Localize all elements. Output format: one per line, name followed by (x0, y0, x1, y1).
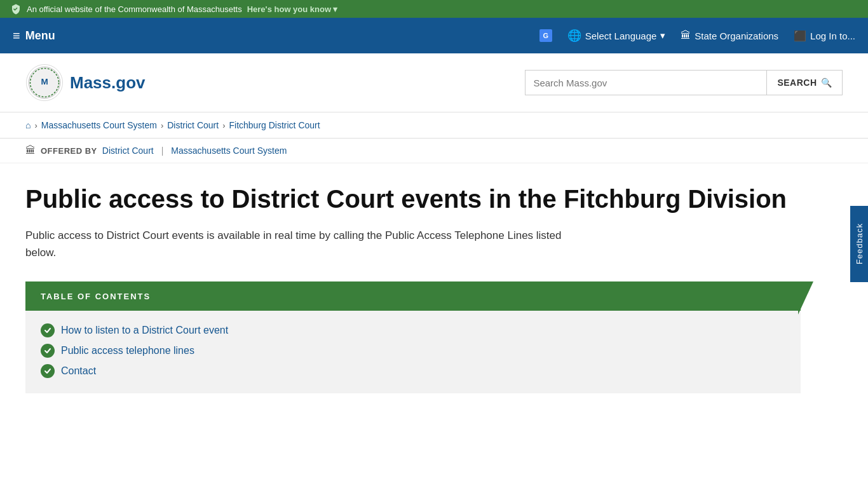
state-organizations-item[interactable]: 🏛 State Organizations (681, 30, 778, 41)
search-area: SEARCH 🔍 (525, 70, 843, 95)
toc-item-icon-1 (41, 344, 55, 358)
official-text: An official website of the Commonwealth … (27, 4, 242, 14)
breadcrumb-item-2[interactable]: Fitchburg District Court (229, 120, 320, 130)
toc-link-1[interactable]: Public access telephone lines (61, 345, 194, 356)
hamburger-icon: ≡ (13, 29, 20, 42)
offered-by-separator: | (161, 146, 164, 156)
logo-link[interactable]: M Mass.gov (25, 64, 146, 102)
breadcrumb-item-0[interactable]: Massachusetts Court System (41, 120, 157, 130)
select-language-item[interactable]: 🌐 Select Language ▾ (567, 29, 666, 43)
menu-button[interactable]: ≡ Menu (13, 29, 55, 43)
table-of-contents: TABLE OF CONTENTS How to listen to a Dis… (25, 281, 801, 393)
breadcrumb: ⌂ › Massachusetts Court System › Distric… (0, 112, 868, 139)
offered-by-link-0[interactable]: District Court (102, 146, 154, 156)
page-title: Public access to District Court events i… (25, 184, 788, 214)
login-icon: ⬛ (794, 30, 806, 42)
breadcrumb-item-1[interactable]: District Court (167, 120, 219, 130)
toc-header: TABLE OF CONTENTS (25, 281, 801, 311)
breadcrumb-sep-1: › (161, 121, 163, 130)
offered-by-bar: 🏛 OFFERED BY District Court | Massachuse… (0, 139, 868, 163)
breadcrumb-home[interactable]: ⌂ (25, 120, 31, 130)
log-in-item[interactable]: ⬛ Log In to... (794, 30, 855, 42)
chevron-down-icon: ▾ (660, 30, 665, 41)
svg-text:M: M (41, 77, 48, 86)
header-bar: M Mass.gov SEARCH 🔍 (0, 53, 868, 112)
shield-icon (10, 3, 22, 15)
toc-items-list: How to listen to a District Court event … (25, 311, 801, 393)
toc-title: TABLE OF CONTENTS (41, 292, 151, 301)
offered-by-link-1[interactable]: Massachusetts Court System (171, 146, 287, 156)
heres-how-link[interactable]: Here's how you know ▾ (247, 4, 337, 14)
mass-seal-icon: M (25, 64, 64, 102)
toc-item-icon-2 (41, 364, 55, 378)
globe-icon: 🌐 (567, 29, 581, 43)
feedback-button[interactable]: Feedback (850, 206, 868, 282)
google-translate-icon: G (539, 29, 552, 42)
search-icon: 🔍 (821, 78, 832, 88)
nav-bar: ≡ Menu G 🌐 Select Language ▾ 🏛 State Org… (0, 18, 868, 53)
building-icon: 🏛 (681, 30, 691, 41)
chevron-down-icon: ▾ (333, 4, 337, 14)
page-subtitle: Public access to District Court events i… (25, 227, 572, 261)
search-button[interactable]: SEARCH 🔍 (766, 70, 843, 95)
toc-link-2[interactable]: Contact (61, 365, 96, 377)
toc-link-0[interactable]: How to listen to a District Court event (61, 325, 228, 336)
list-item: Contact (41, 364, 785, 378)
home-icon: ⌂ (25, 120, 31, 130)
offered-by-label: OFFERED BY (41, 146, 97, 156)
search-input[interactable] (525, 70, 766, 95)
breadcrumb-sep-0: › (34, 121, 37, 130)
org-icon: 🏛 (25, 145, 36, 156)
toc-item-icon-0 (41, 323, 55, 337)
list-item: How to listen to a District Court event (41, 323, 785, 337)
logo-text: Mass.gov (70, 73, 146, 93)
breadcrumb-sep-2: › (222, 121, 225, 130)
main-content: Public access to District Court events i… (0, 163, 826, 419)
top-banner: An official website of the Commonwealth … (0, 0, 868, 18)
list-item: Public access telephone lines (41, 344, 785, 358)
